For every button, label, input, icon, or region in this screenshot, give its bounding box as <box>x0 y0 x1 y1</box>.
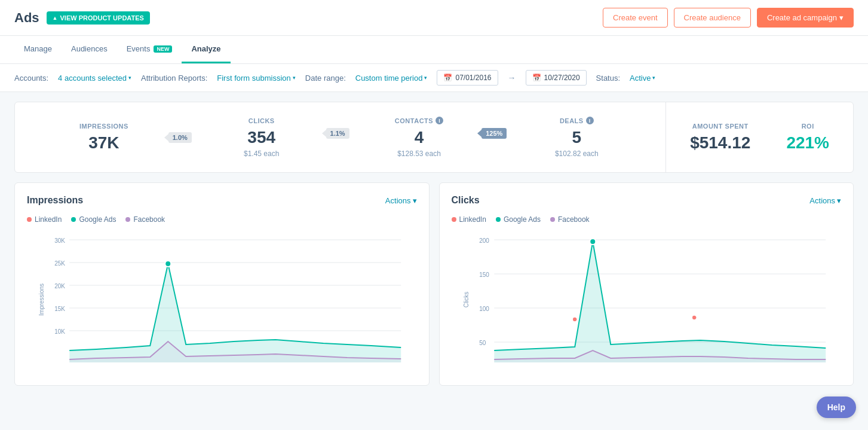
attribution-label: Attribution Reports: <box>141 74 207 83</box>
impressions-actions-button[interactable]: Actions ▾ <box>385 196 417 205</box>
svg-text:30K: 30K <box>54 237 65 244</box>
app-title: Ads <box>14 10 39 26</box>
chevron-down-icon: ▾ <box>293 75 296 81</box>
clicks-sub: $1.45 each <box>192 150 332 158</box>
impressions-label: IMPRESSIONS <box>34 123 174 130</box>
tab-events[interactable]: Events NEW <box>117 36 182 63</box>
svg-text:Clicks: Clicks <box>463 292 470 308</box>
nav-tabs: Manage Audiences Events NEW Analyze <box>0 36 868 64</box>
header: Ads VIEW PRODUCT UPDATES Create event Cr… <box>0 0 868 36</box>
svg-text:20K: 20K <box>54 283 65 289</box>
stats-left: IMPRESSIONS 37K 1.0% CLICKS 354 $1.45 ea… <box>15 102 666 172</box>
svg-text:100: 100 <box>479 306 489 312</box>
svg-point-24 <box>590 239 596 245</box>
svg-text:10K: 10K <box>54 328 65 335</box>
clicks-chart-card: Clicks Actions ▾ LinkedIn Google Ads Fac… <box>439 182 854 386</box>
view-updates-button[interactable]: VIEW PRODUCT UPDATES <box>47 11 150 25</box>
deals-stat: DEALS i 5 $102.82 each <box>489 117 646 158</box>
deals-value: 5 <box>507 128 646 147</box>
svg-marker-23 <box>494 242 826 362</box>
chevron-down-icon: ▾ <box>652 75 655 81</box>
date-range-selector[interactable]: Custom time period ▾ <box>355 74 428 83</box>
svg-point-12 <box>165 261 171 267</box>
impressions-svg: 30K 25K 20K 15K 10K Impressions <box>27 231 417 368</box>
chevron-down-icon: ▾ <box>837 196 841 205</box>
legend-facebook: Facebook <box>125 215 165 224</box>
create-audience-button[interactable]: Create audience <box>674 8 751 28</box>
create-campaign-button[interactable]: Create ad campaign ▾ <box>757 8 854 28</box>
clicks-chart-area: 200 150 100 50 Clicks <box>452 231 842 370</box>
impressions-legend: LinkedIn Google Ads Facebook <box>27 215 417 224</box>
header-left: Ads VIEW PRODUCT UPDATES <box>14 10 150 26</box>
svg-text:15K: 15K <box>54 306 65 312</box>
google-ads-dot <box>71 217 76 222</box>
create-event-button[interactable]: Create event <box>603 8 667 28</box>
clicks-stat: CLICKS 354 $1.45 each 1.1% <box>174 117 332 158</box>
impressions-chart-area: 30K 25K 20K 15K 10K Impressions <box>27 231 417 370</box>
impressions-stat: IMPRESSIONS 37K 1.0% <box>34 123 174 153</box>
legend-linkedin: LinkedIn <box>452 215 486 224</box>
filter-bar: Accounts: 4 accounts selected ▾ Attribut… <box>0 64 868 92</box>
tab-audiences[interactable]: Audiences <box>62 36 117 63</box>
impressions-chart-title: Impressions <box>27 195 83 206</box>
facebook-dot <box>125 217 130 222</box>
impressions-chart-header: Impressions Actions ▾ <box>27 195 417 206</box>
legend-google-ads: Google Ads <box>71 215 116 224</box>
legend-facebook: Facebook <box>550 215 590 224</box>
svg-text:150: 150 <box>479 272 489 278</box>
svg-point-26 <box>692 315 697 320</box>
tab-manage[interactable]: Manage <box>14 36 62 63</box>
linkedin-dot <box>27 217 32 222</box>
amount-spent-value: $514.12 <box>690 133 750 153</box>
deals-info-icon[interactable]: i <box>586 117 594 124</box>
date-label: Date range: <box>305 74 346 83</box>
calendar-icon: 📅 <box>532 74 541 82</box>
header-actions: Create event Create audience Create ad c… <box>603 8 854 28</box>
svg-text:25K: 25K <box>54 260 65 267</box>
clicks-legend: LinkedIn Google Ads Facebook <box>452 215 842 224</box>
impressions-value: 37K <box>34 133 174 153</box>
legend-linkedin: LinkedIn <box>27 215 62 224</box>
clicks-chart-header: Clicks Actions ▾ <box>452 195 842 206</box>
svg-text:Impressions: Impressions <box>38 283 45 316</box>
stats-right: AMOUNT SPENT $514.12 ROI 221% <box>666 102 853 172</box>
roi-value: 221% <box>786 133 829 153</box>
chevron-down-icon: ▾ <box>839 13 844 22</box>
legend-google-ads: Google Ads <box>496 215 541 224</box>
clicks-chart-title: Clicks <box>452 195 480 206</box>
charts-row: Impressions Actions ▾ LinkedIn Google Ad… <box>0 182 868 395</box>
contacts-sub: $128.53 each <box>349 150 489 158</box>
contacts-stat: CONTACTS i 4 $128.53 each 125% <box>332 117 489 158</box>
clicks-value: 354 <box>192 128 332 147</box>
deals-sub: $102.82 each <box>507 150 646 158</box>
stats-panel: IMPRESSIONS 37K 1.0% CLICKS 354 $1.45 ea… <box>14 102 854 173</box>
amount-spent-stat: AMOUNT SPENT $514.12 <box>690 123 750 153</box>
facebook-dot <box>550 217 555 222</box>
svg-text:200: 200 <box>479 237 489 244</box>
new-badge: NEW <box>154 45 172 53</box>
accounts-label: Accounts: <box>14 74 48 83</box>
clicks-label: CLICKS <box>192 117 332 124</box>
amount-spent-label: AMOUNT SPENT <box>690 123 750 130</box>
status-label: Status: <box>596 74 620 83</box>
roi-stat: ROI 221% <box>786 123 829 153</box>
clicks-svg: 200 150 100 50 Clicks <box>452 231 842 368</box>
chevron-down-icon: ▾ <box>128 75 131 81</box>
roi-label: ROI <box>786 123 829 130</box>
date-from-input[interactable]: 📅 07/01/2016 <box>437 70 498 86</box>
svg-text:50: 50 <box>479 340 486 346</box>
date-to-input[interactable]: 📅 10/27/2020 <box>526 70 587 86</box>
chevron-down-icon: ▾ <box>413 196 417 205</box>
tab-analyze[interactable]: Analyze <box>182 36 230 63</box>
date-arrow: → <box>508 73 516 83</box>
status-selector[interactable]: Active ▾ <box>630 74 655 83</box>
attribution-selector[interactable]: First form submission ▾ <box>217 74 296 83</box>
calendar-icon: 📅 <box>443 74 452 82</box>
accounts-selector[interactable]: 4 accounts selected ▾ <box>58 74 131 83</box>
contacts-info-icon[interactable]: i <box>435 117 443 124</box>
deals-label: DEALS i <box>507 117 646 124</box>
chevron-down-icon: ▾ <box>424 75 427 81</box>
google-ads-dot <box>496 217 501 222</box>
linkedin-dot <box>452 217 456 222</box>
clicks-actions-button[interactable]: Actions ▾ <box>809 196 841 205</box>
